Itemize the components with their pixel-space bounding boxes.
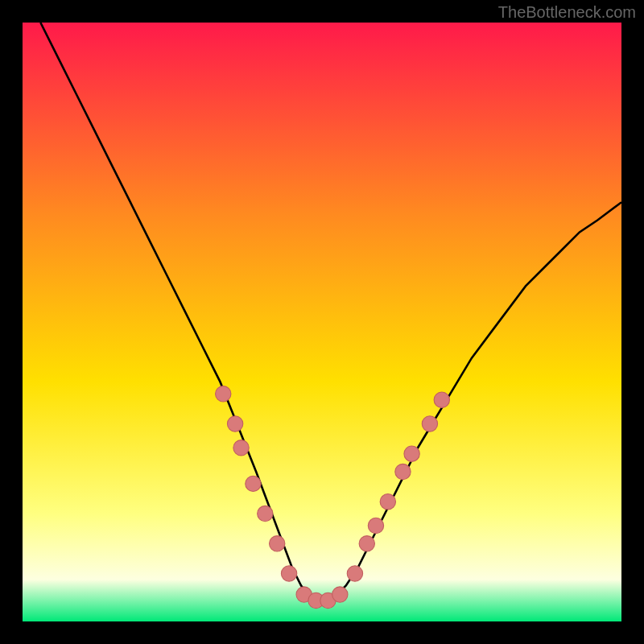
data-marker [246,476,261,491]
data-marker [281,566,296,581]
data-marker [395,464,411,479]
data-marker [233,440,249,456]
data-marker [227,416,242,431]
watermark-text: TheBottleneck.com [498,3,636,22]
data-marker [216,386,231,402]
data-marker [270,536,285,551]
data-marker [332,587,348,602]
data-marker [434,392,449,407]
data-marker [422,416,437,431]
data-marker [404,446,419,461]
data-marker [380,494,395,510]
plot-area [23,23,621,621]
data-marker [368,518,383,533]
data-marker [347,566,362,581]
data-marker [258,506,273,521]
data-markers [23,23,621,621]
chart-frame: TheBottleneck.com [0,0,644,644]
data-marker [359,536,374,551]
